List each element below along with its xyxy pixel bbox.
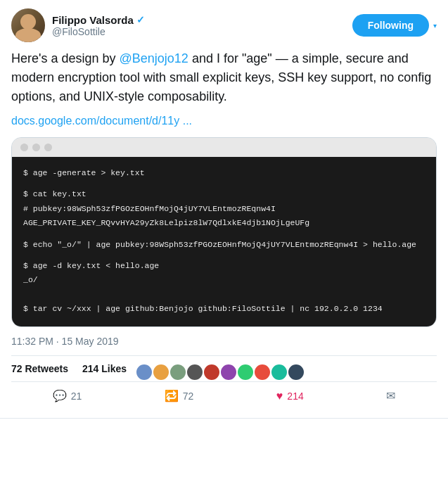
tweet-mention[interactable]: @Benjojo12 <box>120 51 188 65</box>
tweet-body: Here's a design by @Benjojo12 and I for … <box>11 49 437 106</box>
verified-icon: ✓ <box>136 14 145 25</box>
tweet-text-prefix: Here's a design by <box>11 51 120 65</box>
like-count: 214 <box>287 390 303 402</box>
terminal-line-7: _o/ <box>23 274 425 286</box>
tweet-timestamp: 11:32 PM · 15 May 2019 <box>11 336 437 347</box>
reply-icon: 💬 <box>53 389 67 402</box>
tweet-header-left: Filippo Valsorda ✓ @FiloSottile <box>11 8 145 42</box>
following-button[interactable]: Following <box>352 14 429 37</box>
terminal-line-6: $ age -d key.txt < hello.age <box>23 260 425 272</box>
retweets-count: 72 <box>11 363 23 374</box>
tweet-header: Filippo Valsorda ✓ @FiloSottile Followin… <box>11 8 437 42</box>
likes-label: Likes <box>101 363 127 374</box>
tweet-card: Filippo Valsorda ✓ @FiloSottile Followin… <box>0 0 448 419</box>
chevron-down-icon[interactable]: ▾ <box>433 22 437 30</box>
tweet-link[interactable]: docs.google.com/document/d/11y ... <box>11 115 437 127</box>
mini-avatar-4 <box>186 363 204 381</box>
like-action[interactable]: ♥ 214 <box>269 385 311 407</box>
terminal-line-1: $ age -generate > key.txt <box>23 167 425 179</box>
mini-avatar-10 <box>287 363 305 381</box>
mini-avatar-7 <box>236 363 255 381</box>
mini-avatar-6 <box>219 363 238 381</box>
terminal-line-3: # pubkey:98WSph53zfPGOzEOHnfMojQ4jUY7VLE… <box>23 203 425 215</box>
terminal-line-2: $ cat key.txt <box>23 188 425 201</box>
share-icon: ✉ <box>386 389 395 402</box>
stats-row: 72 Retweets 214 Likes <box>11 363 437 381</box>
mini-avatar-5 <box>203 363 221 381</box>
heart-icon: ♥ <box>276 390 283 402</box>
divider-stats <box>11 355 437 356</box>
terminal-line-5: $ echo "_o/" | age pubkey:98WSph53zfPGOz… <box>23 239 425 251</box>
retweets-label: Retweets <box>25 363 68 374</box>
terminal-line-4: AGE_PRIVATE_KEY_RQvvHYA29yZk8Lelpiz8lW7Q… <box>23 217 425 229</box>
display-name: Filippo Valsorda <box>52 14 134 26</box>
dot-red <box>20 144 28 151</box>
reply-count: 21 <box>71 390 82 402</box>
mini-avatar-2 <box>152 363 170 381</box>
terminal-line-8: $ tar cv ~/xxx | age github:Benjojo gith… <box>23 303 425 315</box>
terminal-card: $ age -generate > key.txt $ cat key.txt … <box>11 137 437 327</box>
likes-stat[interactable]: 214 Likes <box>82 363 127 374</box>
mini-avatar-1 <box>135 363 153 381</box>
liked-by-avatars <box>135 363 305 381</box>
retweet-count: 72 <box>183 390 194 402</box>
avatar[interactable] <box>11 8 45 42</box>
likes-count: 214 <box>82 363 98 374</box>
follow-area: Following ▾ <box>352 14 437 37</box>
user-handle[interactable]: @FiloSottile <box>52 26 145 37</box>
dot-yellow <box>32 144 40 151</box>
retweets-stat[interactable]: 72 Retweets <box>11 363 68 374</box>
terminal-titlebar <box>12 138 436 157</box>
dot-green <box>44 144 52 151</box>
reply-action[interactable]: 💬 21 <box>46 385 89 407</box>
mini-avatar-3 <box>169 363 187 381</box>
terminal-body: $ age -generate > key.txt $ cat key.txt … <box>12 157 436 326</box>
retweet-likes: 72 Retweets 214 Likes <box>11 363 127 374</box>
retweet-action[interactable]: 🔁 72 <box>158 385 201 407</box>
retweet-icon: 🔁 <box>165 389 179 402</box>
mini-avatar-9 <box>270 363 288 381</box>
share-action[interactable]: ✉ <box>379 385 402 407</box>
user-info: Filippo Valsorda ✓ @FiloSottile <box>52 14 145 37</box>
tweet-actions: 💬 21 🔁 72 ♥ 214 ✉ <box>11 381 437 409</box>
user-name[interactable]: Filippo Valsorda ✓ <box>52 14 145 26</box>
mini-avatar-8 <box>253 363 271 381</box>
